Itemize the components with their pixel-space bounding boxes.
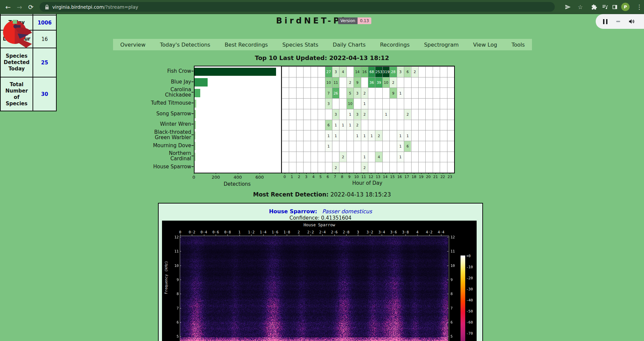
hour-tick	[407, 173, 407, 174]
nav-item-overview[interactable]: Overview	[120, 42, 145, 48]
spec-ytick-right: 7	[450, 306, 453, 310]
nav-item-spectrogram[interactable]: Spectrogram	[424, 42, 459, 48]
hour-label: 0	[283, 175, 286, 179]
url-bar[interactable]: virginia.birdnetpi.com/?stream=play	[40, 2, 555, 12]
hour-label: 16	[397, 175, 402, 179]
colorbar-label: -10	[466, 265, 473, 269]
spec-ytick	[447, 294, 448, 294]
hour-label: 7	[334, 175, 336, 179]
bar-axis-label: 200	[212, 175, 220, 180]
bar-tufted-titmouse	[195, 100, 196, 108]
colorbar-label: -70	[466, 331, 473, 336]
hour-tick	[364, 173, 364, 174]
hour-label: 11	[361, 175, 366, 179]
hour-tick	[285, 173, 285, 174]
spectrogram-ylabel: Frequency (kHz)	[164, 261, 168, 294]
bar-axis-label: 0	[193, 175, 195, 180]
nav-item-view-log[interactable]: View Log	[473, 42, 497, 48]
heat-cell-h13: 4	[375, 152, 382, 162]
heat-cell-h9: 2	[347, 77, 354, 88]
nav-item-species-stats[interactable]: Species Stats	[282, 42, 319, 48]
hour-label: 23	[447, 175, 452, 179]
pause-button[interactable]	[603, 19, 607, 24]
spectrogram: House Sparrow Frequency (kHz) 00·20·40·6…	[162, 221, 477, 341]
species-label-black-throated-green-warbler: Black-throatedGreen Warbler	[116, 129, 191, 140]
send-icon[interactable]	[563, 0, 573, 14]
nav-item-recordings[interactable]: Recordings	[380, 42, 410, 48]
nav-item-tools[interactable]: Tools	[512, 42, 525, 48]
species-label-blue-jay: Blue Jay	[116, 79, 191, 84]
bar-axis-tick	[216, 173, 216, 174]
birdnetpi-logo	[3, 18, 35, 50]
spec-ytick	[447, 266, 448, 266]
nav-item-today-s-detections[interactable]: Today's Detections	[160, 42, 210, 48]
heat-cell-h11: 2	[361, 162, 368, 173]
spec-xtick	[441, 234, 441, 236]
heat-cell-h11: 1	[361, 152, 368, 162]
spec-xtick	[263, 234, 264, 236]
spec-xtick	[299, 234, 299, 236]
forward-icon[interactable]: →	[14, 0, 25, 14]
stats-value[interactable]: 1006	[33, 15, 56, 30]
heat-cell-h9: 1	[347, 109, 354, 120]
spec-ytick-left: 12	[170, 235, 179, 239]
heat-cell-h16: 1	[397, 88, 404, 98]
spec-xtick	[180, 234, 180, 236]
profile-avatar[interactable]: P	[621, 3, 630, 11]
spec-ytick	[180, 308, 181, 308]
extensions-icon[interactable]	[589, 0, 599, 14]
hour-tick	[335, 173, 335, 174]
spec-xtick	[287, 234, 287, 236]
hour-tick	[421, 173, 422, 174]
hour-label: 4	[312, 175, 315, 179]
heat-cell-h13: 253	[375, 67, 382, 77]
spec-xtick-label: 0	[179, 230, 181, 234]
heat-cell-h15: 2	[390, 77, 396, 88]
volume-icon[interactable]	[628, 18, 635, 25]
hour-heatmap-panel: 2734141668253319283621011293639102726532…	[281, 66, 455, 173]
heat-cell-h17: 2	[404, 109, 411, 120]
heat-cell-h8: 2	[339, 152, 346, 162]
heat-cell-h11: 2	[361, 109, 368, 120]
spec-ytick-right: 5	[450, 334, 453, 339]
spec-xtick	[192, 234, 192, 236]
bar-northern-cardinal	[195, 153, 196, 161]
heat-cell-h8: 1	[339, 120, 346, 130]
spec-xtick-label: 3·6	[390, 230, 397, 234]
spec-ytick	[180, 266, 181, 266]
side-panel-icon[interactable]	[610, 0, 620, 14]
heat-cell-h8: 4	[339, 67, 346, 77]
species-tick	[192, 156, 194, 156]
browser-menu-icon[interactable]: ⋮	[634, 0, 644, 14]
heat-cell-h7: 1	[332, 120, 339, 130]
species-tick	[192, 145, 194, 146]
bar-carolina-chickadee	[195, 89, 200, 97]
version-label: Version	[338, 17, 358, 24]
most-recent-value: 2022-04-13 18:15:23	[330, 191, 391, 198]
spec-xtick-label: 4·4	[438, 230, 444, 234]
spec-xtick-label: 4·2	[426, 230, 433, 234]
colorbar-label: -60	[466, 320, 473, 325]
stats-label: Total Number of Species	[0, 77, 33, 111]
heat-cell-h6: 3	[325, 99, 332, 109]
stats-value[interactable]: 30	[33, 77, 56, 111]
spec-xtick	[382, 234, 382, 236]
back-icon[interactable]: ←	[3, 0, 13, 14]
nav-item-best-recordings[interactable]: Best Recordings	[225, 42, 268, 48]
playlist-icon[interactable]	[600, 0, 610, 14]
spec-ytick	[180, 322, 181, 323]
spec-ytick	[447, 280, 448, 280]
hour-tick	[292, 173, 292, 174]
bookmark-star-icon[interactable]: ☆	[575, 0, 585, 14]
heat-cell-h14: 10	[383, 77, 389, 88]
seek-handle[interactable]	[616, 21, 620, 22]
nav-item-daily-charts[interactable]: Daily Charts	[333, 42, 366, 48]
stats-value[interactable]: 25	[33, 48, 56, 77]
spec-xtick	[370, 234, 370, 236]
spec-xtick-label: 1·4	[260, 230, 267, 234]
detections-bar-panel	[194, 66, 282, 173]
heat-cell-h17: 6	[404, 67, 411, 77]
spec-xtick	[204, 234, 204, 236]
species-label-song-sparrow: Song Sparrow	[116, 111, 191, 116]
reload-icon[interactable]: ⟳	[25, 0, 36, 14]
